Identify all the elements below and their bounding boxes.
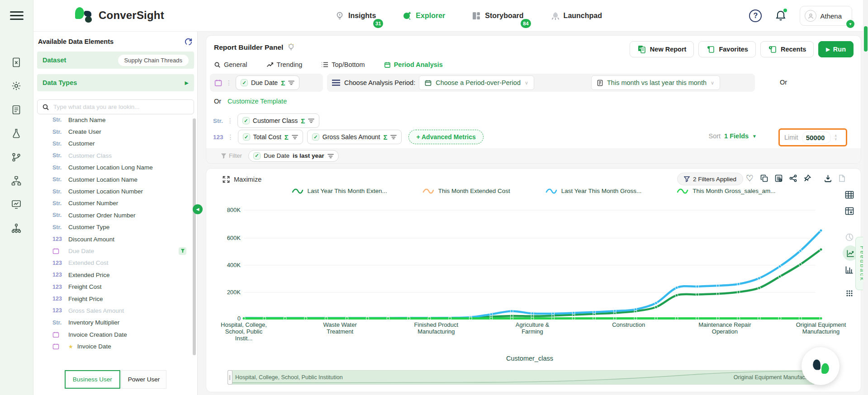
- field-item-create-user[interactable]: Str.Create User: [37, 126, 191, 137]
- more-grid-icon[interactable]: [843, 287, 856, 300]
- drag-handle-icon[interactable]: ⋮: [228, 133, 234, 141]
- field-item-customer-class[interactable]: Str.Customer Class: [37, 150, 191, 161]
- sigma-aggregate-icon[interactable]: Σ: [281, 79, 285, 87]
- sigma-aggregate-icon[interactable]: Σ: [285, 133, 289, 141]
- template-dropdown[interactable]: This month vs last year this month ∨: [591, 75, 720, 90]
- field-item-extended-cost[interactable]: 123Extended Cost: [37, 257, 191, 269]
- bar-chart-icon[interactable]: [843, 263, 856, 277]
- copy-icon[interactable]: [760, 174, 768, 182]
- tab-top-bottom[interactable]: Top/Bottom: [321, 61, 365, 68]
- assistant-chat-bubble[interactable]: [802, 347, 840, 385]
- business-user-button[interactable]: Business User: [65, 370, 120, 389]
- recents-button[interactable]: Recents: [760, 41, 814, 57]
- brush-left-handle[interactable]: ║: [228, 370, 232, 385]
- hamburger-menu-icon[interactable]: [10, 9, 24, 21]
- customize-template-link[interactable]: Customize Template: [228, 98, 287, 105]
- tab-trending[interactable]: Trending: [266, 61, 303, 68]
- help-icon[interactable]: ?: [749, 9, 762, 22]
- total-cost-chip[interactable]: ✓ Total Cost Σ: [238, 130, 303, 144]
- notifications-bell-icon[interactable]: [775, 10, 786, 22]
- field-item-discount-amount[interactable]: 123Discount Amount: [37, 233, 191, 245]
- limit-stepper[interactable]: ∧∨: [835, 134, 837, 141]
- share-icon[interactable]: [789, 174, 797, 182]
- new-report-button[interactable]: New Report: [630, 41, 694, 57]
- tab-period-analysis[interactable]: Period Analysis: [384, 61, 443, 68]
- checkbox-checked-icon[interactable]: ✓: [242, 117, 250, 124]
- checkbox-checked-icon[interactable]: ✓: [241, 79, 248, 86]
- nav-item-insights[interactable]: Insights31: [335, 11, 376, 21]
- pin-icon[interactable]: [804, 174, 811, 182]
- favorite-heart-icon[interactable]: ♡: [746, 173, 754, 183]
- hierarchy-icon[interactable]: [11, 175, 23, 187]
- legend-item-3[interactable]: This Month Gross_sales_am...: [677, 188, 775, 194]
- favorites-button[interactable]: Favorites: [698, 41, 755, 57]
- pivot-table-icon[interactable]: [843, 204, 856, 218]
- chip-filter-icon[interactable]: [327, 153, 334, 159]
- legend-item-1[interactable]: This Month Extended Cost: [422, 188, 510, 194]
- bulb-icon[interactable]: [287, 43, 295, 52]
- sidebar-scrollbar-thumb[interactable]: [193, 118, 196, 355]
- limit-input[interactable]: [802, 132, 831, 144]
- field-item-gross-sales-amount[interactable]: 123Gross Sales Amount: [37, 305, 191, 316]
- field-item-customer-number[interactable]: Str.Customer Number: [37, 198, 191, 209]
- excel-file-icon[interactable]: [11, 57, 23, 69]
- sort-control[interactable]: Sort 1 Fields ▼: [709, 132, 757, 140]
- checkbox-checked-icon[interactable]: ✓: [253, 152, 261, 160]
- field-item-freight-cost[interactable]: 123Freight Cost: [37, 281, 191, 292]
- field-item-branch-name[interactable]: Str.Branch Name: [37, 117, 191, 126]
- maximize-button[interactable]: Maximize: [223, 176, 261, 183]
- legend-item-0[interactable]: Last Year This Month Exten...: [292, 188, 387, 194]
- field-item-customer[interactable]: Str.Customer: [37, 138, 191, 150]
- drag-handle-icon[interactable]: ⋮: [227, 117, 233, 124]
- dataset-row[interactable]: Dataset Supply Chain Threads: [37, 52, 194, 69]
- chip-filter-icon[interactable]: [308, 118, 314, 123]
- nav-item-explorer[interactable]: Explorer: [402, 11, 445, 21]
- field-item-invoice-date[interactable]: ★Invoice Date: [37, 340, 191, 352]
- file-icon[interactable]: [839, 174, 845, 182]
- field-item-customer-location-long-name[interactable]: Str.Customer Location Long Name: [37, 162, 191, 174]
- chip-filter-icon[interactable]: [390, 134, 397, 140]
- checkbox-checked-icon[interactable]: ✓: [312, 133, 319, 141]
- form-document-icon[interactable]: [11, 104, 23, 116]
- filters-applied-pill[interactable]: 2 Filters Applied: [677, 173, 743, 185]
- monitor-chart-icon[interactable]: [11, 199, 23, 211]
- field-item-customer-location-name[interactable]: Str.Customer Location Name: [37, 174, 191, 185]
- export-pdf-icon[interactable]: [824, 174, 832, 182]
- sigma-aggregate-icon[interactable]: Σ: [383, 133, 387, 141]
- checkbox-checked-icon[interactable]: ✓: [243, 133, 250, 141]
- run-button[interactable]: ▶ Run: [818, 41, 854, 57]
- user-menu[interactable]: Athena ▼: [800, 6, 852, 26]
- chip-filter-icon[interactable]: [288, 80, 294, 85]
- due-date-chip[interactable]: ✓ Due Date Σ: [236, 75, 299, 90]
- nav-item-storyboard[interactable]: Storyboard84: [471, 11, 523, 21]
- legend-item-2[interactable]: Last Year This Month Gross...: [545, 188, 642, 194]
- sidebar-search[interactable]: [37, 99, 194, 114]
- chip-filter-icon[interactable]: [292, 134, 298, 140]
- lab-flask-icon[interactable]: [11, 128, 23, 140]
- tab-general[interactable]: General: [214, 61, 247, 68]
- pie-chart-icon[interactable]: [843, 230, 856, 244]
- field-item-freight-price[interactable]: 123Freight Price: [37, 293, 191, 305]
- field-item-invoice-creation-date[interactable]: Invoice Creation Date: [37, 329, 191, 340]
- sitemap-icon[interactable]: [11, 223, 23, 235]
- search-input[interactable]: [53, 103, 189, 110]
- git-branch-icon[interactable]: [11, 152, 23, 164]
- period-over-period-dropdown[interactable]: Choose a Period-over-Period ∨: [419, 75, 534, 90]
- data-types-row[interactable]: Data Types ▶: [37, 74, 194, 91]
- refresh-icon[interactable]: [184, 37, 193, 46]
- power-user-button[interactable]: Power User: [121, 370, 167, 389]
- report-table-icon[interactable]: [775, 174, 783, 182]
- field-item-customer-type[interactable]: Str.Customer Type: [37, 221, 191, 233]
- field-item-due-date[interactable]: Due Date: [37, 245, 191, 257]
- field-item-inventory-multiplier[interactable]: Str.Inventory Multiplier: [37, 317, 191, 329]
- nav-item-launchpad[interactable]: Launchpad: [550, 11, 602, 21]
- due-date-filter-chip[interactable]: ✓ Due Date is last year: [248, 150, 339, 162]
- table-view-icon[interactable]: [843, 188, 856, 202]
- customer-class-chip[interactable]: ✓ Customer Class Σ: [237, 113, 320, 128]
- gross-sales-amount-chip[interactable]: ✓ Gross Sales Amount Σ: [307, 130, 402, 144]
- advanced-metrics-button[interactable]: + Advanced Metrics: [408, 130, 483, 144]
- field-item-extended-price[interactable]: 123Extended Price: [37, 269, 191, 281]
- page-scrollbar-thumb[interactable]: [864, 26, 868, 52]
- field-item-customer-order-number[interactable]: Str.Customer Order Number: [37, 209, 191, 221]
- settings-gear-icon[interactable]: [11, 80, 23, 92]
